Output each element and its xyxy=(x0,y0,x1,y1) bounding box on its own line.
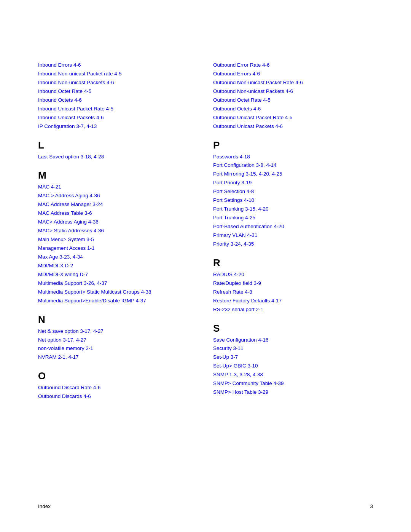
list-item: MAC 4-21 xyxy=(38,183,198,192)
right-sections: PPasswords 4-18Port Configuration 3-8, 4… xyxy=(213,139,373,397)
list-item: Net option 3-17, 4-27 xyxy=(38,336,198,345)
left-sections: LLast Saved option 3-18, 4-28MMAC 4-21MA… xyxy=(38,139,198,401)
left-top-entries: Inbound Errors 4-6Inbound Non-unicast Pa… xyxy=(38,61,198,131)
list-item: Inbound Non-unicast Packet rate 4-5 xyxy=(38,70,198,78)
section-heading: O xyxy=(38,370,198,382)
list-item: Outbound Unicast Packets 4-6 xyxy=(213,122,373,131)
list-item: Multimedia Support>Enable/Disable IGMP 4… xyxy=(38,297,198,305)
list-item: Save Configuration 4-16 xyxy=(213,336,373,345)
list-item: Port Configuration 3-8, 4-14 xyxy=(213,161,373,170)
list-item: Port Selection 4-8 xyxy=(213,187,373,196)
list-item: Outbound Non-unicast Packets 4-6 xyxy=(213,87,373,96)
list-item: Outbound Octets 4-6 xyxy=(213,105,373,113)
list-item: MDI/MDI-X wiring D-7 xyxy=(38,270,198,279)
list-item: SNMP> Community Table 4-39 xyxy=(213,379,373,388)
list-item: IP Configuration 3-7, 4-13 xyxy=(38,122,198,131)
list-item: Inbound Octets 4-6 xyxy=(38,96,198,105)
section-heading: N xyxy=(38,314,198,326)
list-item: RS-232 serial port 2-1 xyxy=(213,305,373,314)
list-item: Main Menu> System 3-5 xyxy=(38,235,198,244)
list-item: MAC > Address Aging 4-36 xyxy=(38,192,198,200)
list-item: non-volatile memory 2-1 xyxy=(38,344,198,353)
list-item: Set-Up 3-7 xyxy=(213,353,373,362)
list-item: Multimedia Support> Static Multicast Gro… xyxy=(38,288,198,297)
list-item: Outbound Unicast Packet Rate 4-5 xyxy=(213,113,373,122)
list-item: Port Priority 3-19 xyxy=(213,179,373,187)
list-item: Outbound Discards 4-6 xyxy=(38,392,198,401)
list-item: Port Mirroring 3-15, 4-20, 4-25 xyxy=(213,170,373,179)
list-item: Passwords 4-18 xyxy=(213,153,373,161)
list-item: Refresh Rate 4-8 xyxy=(213,288,373,297)
list-item: MAC Address Manager 3-24 xyxy=(38,200,198,209)
left-column: Inbound Errors 4-6Inbound Non-unicast Pa… xyxy=(38,61,198,401)
section-heading: S xyxy=(213,323,373,334)
list-item: Rate/Duplex field 3-9 xyxy=(213,279,373,288)
list-item: Priority 3-24, 4-35 xyxy=(213,240,373,249)
list-item: Restore Factory Defaults 4-17 xyxy=(213,297,373,305)
list-item: Outbound Error Rate 4-6 xyxy=(213,61,373,70)
list-item: Inbound Non-unicast Packets 4-6 xyxy=(38,78,198,87)
list-item: Net & save option 3-17, 4-27 xyxy=(38,327,198,336)
section-heading: R xyxy=(213,257,373,269)
list-item: Max Age 3-23, 4-34 xyxy=(38,253,198,262)
section-heading: M xyxy=(38,169,198,181)
footer-right: 3 xyxy=(370,503,373,509)
list-item: Inbound Octet Rate 4-5 xyxy=(38,87,198,96)
list-item: Inbound Unicast Packet Rate 4-5 xyxy=(38,105,198,113)
list-item: Outbound Discard Rate 4-6 xyxy=(38,383,198,392)
list-item: Inbound Unicast Packets 4-6 xyxy=(38,113,198,122)
footer-left: Index xyxy=(38,503,51,509)
right-column: Outbound Error Rate 4-6Outbound Errors 4… xyxy=(213,61,373,401)
section-heading: L xyxy=(38,139,198,151)
list-item: Security 3-11 xyxy=(213,344,373,353)
list-item: MDI/MDI-X D-2 xyxy=(38,262,198,270)
list-item: Port-Based Authentication 4-20 xyxy=(213,222,373,231)
list-item: Set-Up> GBIC 3-10 xyxy=(213,362,373,371)
footer: Index 3 xyxy=(38,503,373,509)
list-item: Outbound Octet Rate 4-5 xyxy=(213,96,373,105)
list-item: Outbound Non-unicast Packet Rate 4-6 xyxy=(213,78,373,87)
list-item: Primary VLAN 4-31 xyxy=(213,231,373,240)
list-item: SNMP 1-3, 3-28, 4-38 xyxy=(213,371,373,379)
list-item: Last Saved option 3-18, 4-28 xyxy=(38,153,198,161)
list-item: NVRAM 2-1, 4-17 xyxy=(38,353,198,362)
section-heading: P xyxy=(213,139,373,151)
list-item: MAC Address Table 3-6 xyxy=(38,209,198,218)
list-item: Port Trunking 3-15, 4-20 xyxy=(213,205,373,214)
list-item: Port Trunking 4-25 xyxy=(213,214,373,222)
list-item: MAC> Static Addresses 4-36 xyxy=(38,227,198,235)
list-item: RADIUS 4-20 xyxy=(213,270,373,279)
list-item: Port Settings 4-10 xyxy=(213,196,373,205)
right-top-entries: Outbound Error Rate 4-6Outbound Errors 4… xyxy=(213,61,373,131)
list-item: Inbound Errors 4-6 xyxy=(38,61,198,70)
list-item: MAC> Address Aging 4-36 xyxy=(38,218,198,227)
list-item: SNMP> Host Table 3-29 xyxy=(213,388,373,397)
list-item: Outbound Errors 4-6 xyxy=(213,70,373,78)
list-item: Management Access 1-1 xyxy=(38,244,198,253)
list-item: Multimedia Support 3-26, 4-37 xyxy=(38,279,198,288)
